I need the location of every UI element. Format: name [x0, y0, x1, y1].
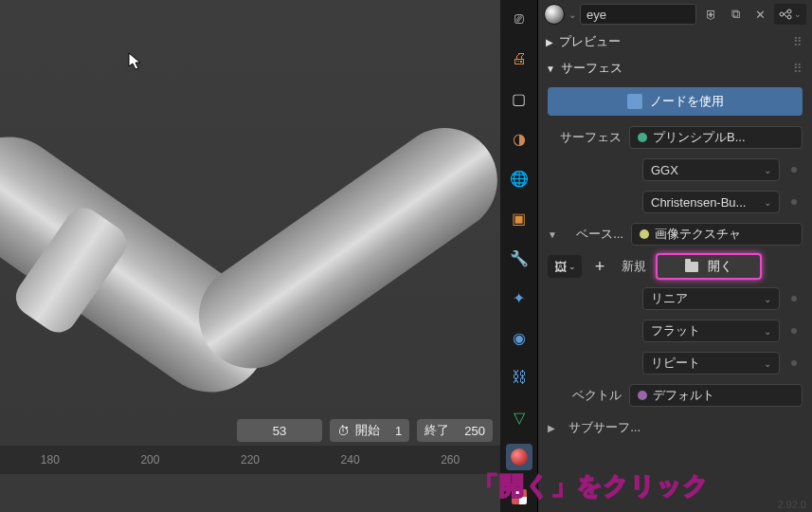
unlink-icon[interactable]: ✕ [749, 4, 770, 25]
start-frame-field[interactable]: ⏱ 開始 1 [330, 419, 409, 442]
duplicate-icon[interactable]: ⧉ [725, 4, 746, 25]
nodetree-dropdown[interactable]: ⌄ [774, 4, 806, 25]
disclosure-down-icon: ▼ [546, 64, 555, 74]
fake-user-shield-icon[interactable]: ⛨ [700, 4, 721, 25]
svg-point-2 [787, 15, 791, 19]
drag-handle-icon[interactable]: ⠿ [793, 35, 804, 49]
ruler-tick: 260 [441, 453, 460, 466]
image-icon: 🖼 [554, 260, 567, 274]
tab-world-icon[interactable]: 🌐 [506, 165, 532, 192]
use-nodes-button[interactable]: ノードを使用 [548, 87, 803, 116]
base-color-source-field[interactable]: 画像テクスチャ [631, 223, 803, 246]
base-color-label: ベース... [567, 226, 623, 243]
material-properties-panel: ⌄ eye ⛨ ⧉ ✕ ⌄ ▶ プレビュー ⠿ ▼ サーフェス ⠿ ノードを使用… [538, 0, 812, 512]
svg-line-4 [784, 14, 787, 17]
socket-dot-icon [640, 229, 649, 239]
subsurface-method-select[interactable]: Christensen-Bu...⌄ [642, 191, 780, 213]
viewport-3d[interactable] [0, 0, 500, 446]
preview-panel-label: プレビュー [559, 33, 621, 50]
surface-panel-label: サーフェス [561, 60, 623, 77]
version-text: 2.92.0 [777, 499, 806, 510]
distribution-select[interactable]: GGX⌄ [642, 158, 780, 181]
tab-constraint-icon[interactable]: ⛓ [506, 364, 532, 391]
ruler-tick: 200 [140, 453, 159, 466]
ruler-tick: 220 [241, 453, 260, 466]
vector-label: ベクトル [548, 387, 622, 404]
image-datablock-dropdown[interactable]: 🖼⌄ [548, 255, 582, 278]
vector-field[interactable]: デフォルト [629, 384, 803, 407]
mouse-cursor-icon [128, 52, 143, 76]
current-frame-field[interactable]: 53 [237, 419, 322, 442]
drag-handle-icon[interactable]: ⠿ [793, 62, 804, 76]
preview-panel-header[interactable]: ▶ プレビュー ⠿ [538, 28, 812, 55]
disclosure-right-icon: ▶ [546, 37, 553, 47]
new-image-button[interactable]: + [587, 255, 612, 278]
timeline-ruler[interactable]: 180 200 220 240 260 [0, 446, 500, 474]
tab-data-icon[interactable]: ▽ [506, 404, 532, 430]
svg-point-1 [787, 9, 791, 13]
interpolation-select[interactable]: リニア⌄ [642, 287, 780, 310]
animate-dot-icon[interactable] [791, 199, 797, 205]
animate-dot-icon[interactable] [791, 167, 797, 173]
tab-scene-icon[interactable]: ◑ [506, 125, 532, 152]
stopwatch-icon: ⏱ [337, 424, 350, 438]
animate-dot-icon[interactable] [791, 328, 797, 334]
subsurface-label: サブサーフ... [567, 419, 641, 436]
tab-viewlayer-icon[interactable]: ▢ [506, 85, 532, 112]
animate-dot-icon[interactable] [791, 296, 797, 302]
extension-select[interactable]: リピート⌄ [642, 352, 780, 375]
animate-dot-icon[interactable] [791, 360, 797, 366]
surface-shader-field[interactable]: プリンシプルB... [629, 126, 803, 149]
nodes-icon [627, 94, 642, 109]
svg-point-0 [780, 12, 784, 16]
svg-line-3 [784, 11, 787, 14]
ruler-tick: 180 [41, 453, 60, 466]
tab-object-icon[interactable]: ▣ [506, 205, 532, 231]
end-frame-field[interactable]: 終了 250 [417, 419, 493, 442]
socket-dot-icon [638, 133, 647, 142]
disclosure-down-icon[interactable]: ▼ [548, 229, 559, 240]
material-preview-icon[interactable] [544, 4, 565, 25]
new-image-label: 新規 [618, 258, 650, 275]
tab-physics-icon[interactable]: ◉ [506, 324, 532, 351]
tab-particle-icon[interactable]: ✦ [506, 284, 532, 311]
timeline-controls: 53 ⏱ 開始 1 終了 250 [0, 415, 500, 446]
chevron-down-icon[interactable]: ⌄ [568, 9, 576, 20]
annotation-callout: 「開く」をクリック [474, 469, 710, 503]
surface-shader-label: サーフェス [548, 129, 622, 146]
material-name-field[interactable]: eye [580, 4, 696, 25]
open-image-button[interactable]: 開く [656, 253, 762, 280]
socket-dot-icon [638, 391, 647, 400]
material-header: ⌄ eye ⛨ ⧉ ✕ ⌄ [538, 0, 812, 28]
projection-select[interactable]: フラット⌄ [642, 320, 780, 342]
tab-material-icon[interactable] [506, 444, 532, 470]
ruler-tick: 240 [341, 453, 360, 466]
mesh-arm-lower [178, 107, 517, 389]
folder-icon [685, 262, 698, 272]
tab-render-icon[interactable]: ⎚ [506, 6, 532, 32]
tab-modifier-icon[interactable]: 🔧 [506, 245, 532, 271]
tab-output-icon[interactable]: 🖨 [506, 46, 532, 72]
properties-tabs: ⎚ 🖨 ▢ ◑ 🌐 ▣ 🔧 ✦ ◉ ⛓ ▽ [500, 0, 538, 512]
surface-panel-header[interactable]: ▼ サーフェス ⠿ [538, 55, 812, 82]
disclosure-right-icon[interactable]: ▶ [548, 423, 559, 433]
